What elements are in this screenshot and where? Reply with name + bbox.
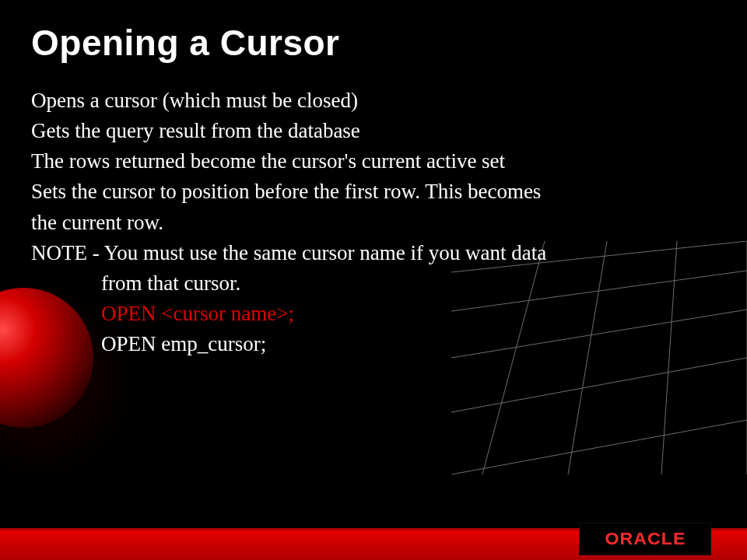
example-line: OPEN emp_cursor; [31, 329, 716, 359]
body-line: Opens a cursor (which must be closed) [31, 86, 716, 116]
slide-title: Opening a Cursor [31, 22, 716, 64]
brand-logo: ORACLE [579, 523, 711, 555]
syntax-line: OPEN <cursor name>; [31, 299, 716, 329]
slide-footer: ORACLE [0, 516, 747, 560]
brand-logo-text: ORACLE [605, 529, 686, 549]
body-line: The rows returned become the cursor's cu… [31, 146, 716, 177]
svg-line-4 [451, 420, 747, 474]
body-line: from that cursor. [31, 268, 716, 299]
body-line: NOTE - You must use the same cursor name… [31, 238, 716, 268]
svg-line-3 [451, 358, 747, 412]
body-line: the current row. [31, 208, 716, 238]
slide-body: Opens a cursor (which must be closed) Ge… [31, 86, 716, 359]
body-line: Sets the cursor to position before the f… [31, 177, 716, 207]
body-line: Gets the query result from the database [31, 116, 716, 146]
slide-content: Opening a Cursor Opens a cursor (which m… [31, 22, 716, 359]
slide: Opening a Cursor Opens a cursor (which m… [0, 0, 747, 560]
